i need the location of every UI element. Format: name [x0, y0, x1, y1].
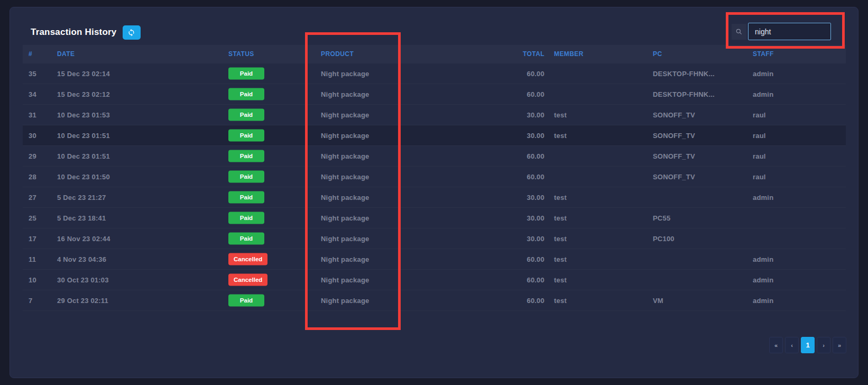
- cell-staff: admin: [753, 249, 773, 270]
- cell-total: 30.00: [502, 105, 544, 125]
- cell-total: 60.00: [502, 270, 544, 290]
- cell-product: Night package: [321, 125, 369, 146]
- cell-member: test: [554, 208, 567, 228]
- refresh-sync-icon: [127, 29, 135, 36]
- cell-id: 31: [29, 105, 36, 125]
- cell-product: Night package: [321, 167, 369, 187]
- cell-id: 10: [29, 270, 36, 290]
- cell-member: test: [554, 125, 567, 146]
- cell-pc: SONOFF_TV: [653, 125, 695, 146]
- cell-date: 15 Dec 23 02:14: [57, 63, 110, 84]
- table-row[interactable]: 29 10 Dec 23 01:51 Paid Night package 60…: [23, 146, 846, 167]
- cell-total: 60.00: [502, 63, 544, 84]
- cell-member: test: [554, 105, 567, 125]
- cell-total: 60.00: [502, 167, 544, 187]
- title-bar: Transaction History: [31, 24, 141, 40]
- transaction-history-page: Transaction History # DATE STATUS PRODUC…: [0, 0, 868, 385]
- cell-staff: admin: [753, 63, 773, 84]
- cell-member: test: [554, 187, 567, 208]
- search-input[interactable]: [748, 23, 831, 40]
- column-header-total[interactable]: TOTAL: [502, 45, 544, 63]
- cell-pc: VM: [653, 290, 663, 311]
- pagination-page-1-button[interactable]: 1: [801, 337, 815, 353]
- table-header-row: # DATE STATUS PRODUCT TOTAL MEMBER PC ST…: [23, 45, 846, 63]
- pagination-last-button[interactable]: »: [833, 337, 846, 353]
- cell-product: Night package: [321, 146, 369, 167]
- cell-date: 4 Nov 23 04:36: [57, 249, 106, 270]
- refresh-button[interactable]: [123, 25, 141, 40]
- pagination-next-button[interactable]: ›: [817, 337, 830, 353]
- cell-pc: SONOFF_TV: [653, 167, 695, 187]
- column-header-date[interactable]: DATE: [57, 45, 75, 63]
- cell-id: 35: [29, 63, 36, 84]
- table-row[interactable]: 31 10 Dec 23 01:53 Paid Night package 30…: [23, 105, 846, 125]
- page-title: Transaction History: [31, 27, 117, 38]
- pagination-prev-button[interactable]: ‹: [785, 337, 799, 353]
- cell-pc: SONOFF_TV: [653, 105, 695, 125]
- table-row[interactable]: 27 5 Dec 23 21:27 Paid Night package 30.…: [23, 187, 846, 208]
- table-row[interactable]: 25 5 Dec 23 18:41 Paid Night package 30.…: [23, 208, 846, 228]
- magnifier-icon: [735, 28, 743, 35]
- table-row[interactable]: 35 15 Dec 23 02:14 Paid Night package 60…: [23, 63, 846, 84]
- cell-total: 60.00: [502, 84, 544, 105]
- cell-member: test: [554, 270, 567, 290]
- cell-total: 30.00: [502, 228, 544, 249]
- table-row[interactable]: 34 15 Dec 23 02:12 Paid Night package 60…: [23, 84, 846, 105]
- pagination-first-button[interactable]: «: [769, 337, 783, 353]
- status-badge: Paid: [228, 295, 264, 307]
- cell-product: Night package: [321, 270, 369, 290]
- table-row[interactable]: 7 29 Oct 23 02:11 Paid Night package 60.…: [23, 290, 846, 311]
- cell-date: 5 Dec 23 18:41: [57, 208, 106, 228]
- cell-date: 10 Dec 23 01:51: [57, 125, 110, 146]
- cell-product: Night package: [321, 187, 369, 208]
- cell-date: 29 Oct 23 02:11: [57, 290, 108, 311]
- cell-staff: admin: [753, 290, 773, 311]
- cell-product: Night package: [321, 249, 369, 270]
- status-badge: Paid: [228, 191, 264, 204]
- cell-id: 11: [29, 249, 36, 270]
- search-group: [732, 23, 831, 40]
- cell-member: test: [554, 249, 567, 270]
- cell-product: Night package: [321, 84, 369, 105]
- cell-date: 15 Dec 23 02:12: [57, 84, 110, 105]
- cell-pc: PC55: [653, 208, 670, 228]
- cell-date: 10 Dec 23 01:51: [57, 146, 110, 167]
- column-header-status[interactable]: STATUS: [228, 45, 254, 63]
- status-badge: Cancelled: [228, 253, 267, 265]
- cell-staff: raul: [753, 125, 766, 146]
- table-row[interactable]: 10 30 Oct 23 01:03 Cancelled Night packa…: [23, 270, 846, 290]
- search-addon-button[interactable]: [732, 24, 746, 40]
- cell-staff: raul: [753, 146, 766, 167]
- cell-staff: admin: [753, 270, 773, 290]
- column-header-id[interactable]: #: [29, 45, 32, 63]
- pagination: « ‹ 1 › »: [769, 337, 846, 353]
- cell-date: 30 Oct 23 01:03: [57, 270, 109, 290]
- column-header-member[interactable]: MEMBER: [554, 45, 584, 63]
- table-row[interactable]: 17 16 Nov 23 02:44 Paid Night package 30…: [23, 228, 846, 249]
- column-header-pc[interactable]: PC: [653, 45, 662, 63]
- cell-total: 60.00: [502, 249, 544, 270]
- cell-product: Night package: [321, 290, 369, 311]
- cell-id: 28: [29, 167, 36, 187]
- status-badge: Paid: [228, 233, 264, 245]
- column-header-product[interactable]: PRODUCT: [321, 45, 354, 63]
- cell-member: test: [554, 228, 567, 249]
- cell-total: 30.00: [502, 187, 544, 208]
- cell-date: 16 Nov 23 02:44: [57, 228, 110, 249]
- cell-product: Night package: [321, 63, 369, 84]
- column-header-staff[interactable]: STAFF: [753, 45, 774, 63]
- status-badge: Paid: [228, 212, 264, 224]
- table-row[interactable]: 11 4 Nov 23 04:36 Cancelled Night packag…: [23, 249, 846, 270]
- cell-product: Night package: [321, 105, 369, 125]
- table-body: 35 15 Dec 23 02:14 Paid Night package 60…: [23, 63, 846, 311]
- cell-total: 30.00: [502, 208, 544, 228]
- table-row[interactable]: 28 10 Dec 23 01:50 Paid Night package 60…: [23, 167, 846, 187]
- cell-date: 10 Dec 23 01:53: [57, 105, 110, 125]
- status-badge: Paid: [228, 130, 264, 142]
- cell-staff: raul: [753, 105, 766, 125]
- cell-member: test: [554, 290, 567, 311]
- table-row[interactable]: 30 10 Dec 23 01:51 Paid Night package 30…: [23, 125, 846, 146]
- cell-id: 27: [29, 187, 36, 208]
- cell-id: 7: [29, 290, 32, 311]
- cell-total: 60.00: [502, 146, 544, 167]
